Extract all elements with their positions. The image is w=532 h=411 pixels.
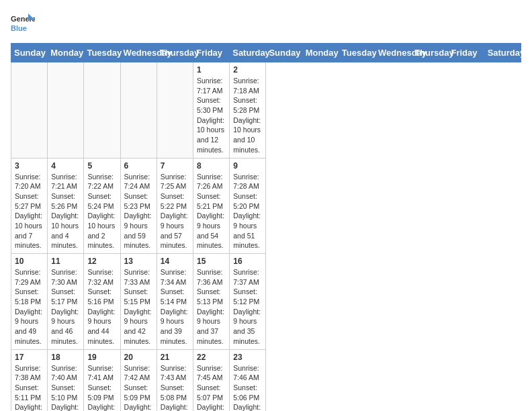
day-number: 17: [15, 353, 44, 362]
calendar-cell: 6Sunrise: 7:24 AM Sunset: 5:23 PM Daylig…: [120, 158, 157, 254]
calendar-cell: 22Sunrise: 7:45 AM Sunset: 5:07 PM Dayli…: [193, 349, 230, 411]
day-info: Sunrise: 7:30 AM Sunset: 5:17 PM Dayligh…: [51, 267, 80, 347]
calendar-cell: [11, 62, 48, 158]
calendar-cell: 17Sunrise: 7:38 AM Sunset: 5:11 PM Dayli…: [11, 349, 48, 411]
calendar-cell: 23Sunrise: 7:46 AM Sunset: 5:06 PM Dayli…: [230, 349, 266, 411]
calendar-cell: 8Sunrise: 7:26 AM Sunset: 5:21 PM Daylig…: [193, 158, 230, 254]
calendar-cell: 20Sunrise: 7:42 AM Sunset: 5:09 PM Dayli…: [120, 349, 157, 411]
day-info: Sunrise: 7:26 AM Sunset: 5:21 PM Dayligh…: [197, 172, 226, 251]
calendar-cell: 7Sunrise: 7:25 AM Sunset: 5:22 PM Daylig…: [157, 158, 193, 254]
day-number: 23: [233, 353, 262, 362]
day-info: Sunrise: 7:28 AM Sunset: 5:20 PM Dayligh…: [233, 172, 262, 251]
day-info: Sunrise: 7:45 AM Sunset: 5:07 PM Dayligh…: [197, 363, 226, 412]
calendar-table: SundayMondayTuesdayWednesdayThursdayFrid…: [11, 43, 521, 411]
day-info: Sunrise: 7:41 AM Sunset: 5:09 PM Dayligh…: [87, 363, 116, 412]
day-info: Sunrise: 7:43 AM Sunset: 5:08 PM Dayligh…: [161, 363, 189, 412]
day-header-wednesday: Wednesday: [375, 44, 412, 62]
logo: General Blue: [11, 11, 35, 35]
calendar-cell: 4Sunrise: 7:21 AM Sunset: 5:26 PM Daylig…: [48, 158, 84, 254]
day-number: 13: [124, 257, 153, 266]
day-info: Sunrise: 7:38 AM Sunset: 5:11 PM Dayligh…: [15, 363, 44, 412]
day-info: Sunrise: 7:40 AM Sunset: 5:10 PM Dayligh…: [51, 363, 80, 412]
calendar-cell: 9Sunrise: 7:28 AM Sunset: 5:20 PM Daylig…: [230, 158, 266, 254]
week-row-2: 10Sunrise: 7:29 AM Sunset: 5:18 PM Dayli…: [11, 254, 521, 350]
day-number: 12: [87, 257, 116, 266]
day-info: Sunrise: 7:42 AM Sunset: 5:09 PM Dayligh…: [124, 363, 153, 412]
day-info: Sunrise: 7:33 AM Sunset: 5:15 PM Dayligh…: [124, 267, 153, 347]
day-number: 8: [197, 161, 226, 171]
day-number: 10: [15, 257, 44, 266]
day-header-friday: Friday: [193, 44, 230, 62]
day-info: Sunrise: 7:18 AM Sunset: 5:28 PM Dayligh…: [233, 76, 262, 155]
day-info: Sunrise: 7:29 AM Sunset: 5:18 PM Dayligh…: [15, 267, 44, 347]
day-info: Sunrise: 7:36 AM Sunset: 5:13 PM Dayligh…: [197, 267, 226, 347]
day-number: 14: [161, 257, 189, 266]
day-number: 19: [87, 353, 116, 362]
day-header-sunday: Sunday: [11, 44, 48, 62]
logo-icon: General Blue: [11, 11, 35, 35]
day-number: 5: [87, 161, 116, 171]
day-header-monday: Monday: [48, 44, 84, 62]
logo-container: General Blue: [11, 11, 35, 35]
calendar-cell: 5Sunrise: 7:22 AM Sunset: 5:24 PM Daylig…: [84, 158, 120, 254]
calendar-cell: [157, 62, 193, 158]
calendar-cell: 18Sunrise: 7:40 AM Sunset: 5:10 PM Dayli…: [48, 349, 84, 411]
day-info: Sunrise: 7:37 AM Sunset: 5:12 PM Dayligh…: [233, 267, 262, 347]
day-header-sunday: Sunday: [266, 44, 302, 62]
day-number: 6: [124, 161, 153, 171]
day-number: 16: [233, 257, 262, 266]
day-number: 7: [161, 161, 189, 171]
day-number: 1: [197, 65, 226, 75]
day-number: 2: [233, 65, 262, 75]
day-header-saturday: Saturday: [230, 44, 266, 62]
calendar-cell: 16Sunrise: 7:37 AM Sunset: 5:12 PM Dayli…: [230, 254, 266, 350]
day-number: 3: [15, 161, 44, 171]
calendar-cell: 2Sunrise: 7:18 AM Sunset: 5:28 PM Daylig…: [230, 62, 266, 158]
calendar-cell: 21Sunrise: 7:43 AM Sunset: 5:08 PM Dayli…: [157, 349, 193, 411]
calendar-cell: 12Sunrise: 7:32 AM Sunset: 5:16 PM Dayli…: [84, 254, 120, 350]
calendar-cell: 15Sunrise: 7:36 AM Sunset: 5:13 PM Dayli…: [193, 254, 230, 350]
calendar-cell: 11Sunrise: 7:30 AM Sunset: 5:17 PM Dayli…: [48, 254, 84, 350]
calendar-cell: 14Sunrise: 7:34 AM Sunset: 5:14 PM Dayli…: [157, 254, 193, 350]
day-info: Sunrise: 7:17 AM Sunset: 5:30 PM Dayligh…: [197, 76, 226, 155]
day-info: Sunrise: 7:21 AM Sunset: 5:26 PM Dayligh…: [51, 172, 80, 251]
day-header-friday: Friday: [448, 44, 484, 62]
day-number: 11: [51, 257, 80, 266]
day-number: 4: [51, 161, 80, 171]
day-header-tuesday: Tuesday: [339, 44, 375, 62]
day-info: Sunrise: 7:34 AM Sunset: 5:14 PM Dayligh…: [161, 267, 189, 347]
calendar-cell: 1Sunrise: 7:17 AM Sunset: 5:30 PM Daylig…: [193, 62, 230, 158]
day-header-monday: Monday: [302, 44, 339, 62]
day-header-saturday: Saturday: [484, 44, 521, 62]
day-number: 21: [161, 353, 189, 362]
day-info: Sunrise: 7:20 AM Sunset: 5:27 PM Dayligh…: [15, 172, 44, 251]
day-header-tuesday: Tuesday: [84, 44, 120, 62]
calendar-cell: 13Sunrise: 7:33 AM Sunset: 5:15 PM Dayli…: [120, 254, 157, 350]
week-row-0: 1Sunrise: 7:17 AM Sunset: 5:30 PM Daylig…: [11, 62, 521, 158]
page-header: General Blue: [11, 11, 521, 35]
calendar-cell: 19Sunrise: 7:41 AM Sunset: 5:09 PM Dayli…: [84, 349, 120, 411]
day-number: 20: [124, 353, 153, 362]
week-row-1: 3Sunrise: 7:20 AM Sunset: 5:27 PM Daylig…: [11, 158, 521, 254]
calendar-cell: 3Sunrise: 7:20 AM Sunset: 5:27 PM Daylig…: [11, 158, 48, 254]
calendar-cell: 10Sunrise: 7:29 AM Sunset: 5:18 PM Dayli…: [11, 254, 48, 350]
day-number: 22: [197, 353, 226, 362]
day-number: 9: [233, 161, 262, 171]
day-header-thursday: Thursday: [157, 44, 193, 62]
day-info: Sunrise: 7:46 AM Sunset: 5:06 PM Dayligh…: [233, 363, 262, 412]
day-info: Sunrise: 7:32 AM Sunset: 5:16 PM Dayligh…: [87, 267, 116, 347]
calendar-cell: [84, 62, 120, 158]
calendar-cell: [120, 62, 157, 158]
day-info: Sunrise: 7:24 AM Sunset: 5:23 PM Dayligh…: [124, 172, 153, 251]
week-row-3: 17Sunrise: 7:38 AM Sunset: 5:11 PM Dayli…: [11, 349, 521, 411]
day-info: Sunrise: 7:25 AM Sunset: 5:22 PM Dayligh…: [161, 172, 189, 251]
day-number: 18: [51, 353, 80, 362]
svg-text:Blue: Blue: [11, 24, 27, 32]
day-number: 15: [197, 257, 226, 266]
day-header-wednesday: Wednesday: [120, 44, 157, 62]
calendar-cell: [48, 62, 84, 158]
day-info: Sunrise: 7:22 AM Sunset: 5:24 PM Dayligh…: [87, 172, 116, 251]
header-row: SundayMondayTuesdayWednesdayThursdayFrid…: [11, 44, 521, 62]
day-header-thursday: Thursday: [412, 44, 448, 62]
